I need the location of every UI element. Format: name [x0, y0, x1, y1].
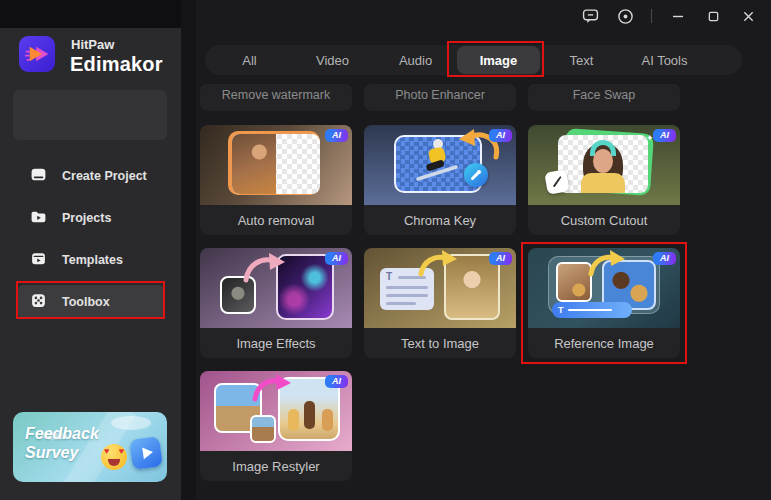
sidebar-item-label: Toolbox — [62, 295, 110, 309]
card-remove-watermark[interactable]: Remove watermark — [200, 84, 352, 111]
sidebar-item-templates[interactable]: Templates — [12, 243, 170, 277]
play-button-icon — [129, 436, 163, 470]
sidebar-item-label: Projects — [62, 211, 111, 225]
sidebar-item-create-project[interactable]: Create Project — [12, 159, 170, 193]
card-thumbnail: T AI — [528, 248, 680, 328]
curved-arrow-icon — [416, 250, 458, 278]
ai-badge: AI — [653, 129, 676, 142]
product-name: Edimakor — [70, 53, 163, 76]
card-auto-removal[interactable]: AI Auto removal — [200, 125, 352, 235]
card-thumbnail: AI — [200, 125, 352, 205]
tab-image[interactable]: Image — [457, 46, 540, 74]
card-thumbnail: AI — [200, 371, 352, 451]
card-thumbnail: ✦ AI — [528, 125, 680, 205]
card-label: Custom Cutout — [528, 205, 680, 235]
card-thumbnail: AI — [364, 125, 516, 205]
card-face-swap[interactable]: Face Swap — [528, 84, 680, 111]
ai-badge: AI — [325, 252, 348, 265]
category-tabbar: All Video Audio Image Text AI Tools — [205, 45, 742, 75]
ai-badge: AI — [325, 129, 348, 142]
sidebar-item-label: Templates — [62, 253, 123, 267]
card-label: Reference Image — [528, 328, 680, 358]
card-image-restyler[interactable]: AI Image Restyler — [200, 371, 352, 481]
card-label: Text to Image — [364, 328, 516, 358]
card-photo-enhancer[interactable]: Photo Enhancer — [364, 84, 516, 111]
ai-badge: AI — [489, 129, 512, 142]
tab-text[interactable]: Text — [540, 46, 623, 74]
card-thumbnail: AI — [200, 248, 352, 328]
card-label: Remove watermark — [222, 88, 330, 102]
card-label: Auto removal — [200, 205, 352, 235]
tab-ai-tools[interactable]: AI Tools — [623, 46, 706, 74]
screen-record-icon[interactable] — [616, 7, 634, 25]
ai-badge: AI — [325, 375, 348, 388]
sidebar: HitPaw Edimakor Create Project Projects … — [0, 28, 181, 500]
tab-video[interactable]: Video — [291, 46, 374, 74]
brand-name: HitPaw — [71, 37, 114, 52]
card-text-to-image[interactable]: T AI Text to Image — [364, 248, 516, 358]
card-reference-image[interactable]: T AI Reference Image — [528, 248, 680, 358]
minimize-icon[interactable] — [669, 7, 687, 25]
feedback-bubble-icon[interactable] — [581, 7, 599, 25]
magic-wand-icon — [544, 169, 569, 194]
ai-badge: AI — [653, 252, 676, 265]
card-chroma-key[interactable]: AI Chroma Key — [364, 125, 516, 235]
text-glyph: T — [558, 305, 564, 315]
card-label: Image Restyler — [200, 451, 352, 481]
card-label: Photo Enhancer — [395, 88, 485, 102]
close-icon[interactable] — [739, 7, 757, 25]
templates-bucket-icon — [30, 250, 47, 271]
card-label: Face Swap — [573, 88, 636, 102]
card-label: Chroma Key — [364, 205, 516, 235]
sidebar-panel — [13, 90, 167, 140]
heart-eyes-emoji: ♥♥ — [101, 444, 127, 470]
sidebar-gutter — [181, 0, 196, 500]
banner-text: Feedback Survey — [25, 424, 99, 462]
clapperboard-icon — [30, 166, 47, 187]
curved-arrow-icon — [586, 250, 626, 278]
edimakor-logo-icon — [19, 36, 55, 72]
maximize-icon[interactable] — [704, 7, 722, 25]
card-custom-cutout[interactable]: ✦ AI Custom Cutout — [528, 125, 680, 235]
projects-folder-icon — [30, 208, 47, 229]
ai-badge: AI — [489, 252, 512, 265]
sidebar-item-label: Create Project — [62, 169, 147, 183]
sidebar-item-toolbox[interactable]: Toolbox — [18, 285, 164, 319]
snowboarder-figure — [414, 137, 460, 187]
feedback-survey-banner[interactable]: Feedback Survey ♥♥ — [13, 412, 167, 482]
card-image-effects[interactable]: AI Image Effects — [200, 248, 352, 358]
sidebar-item-projects[interactable]: Projects — [12, 201, 170, 235]
text-prompt-pill: T — [552, 302, 632, 318]
tab-audio[interactable]: Audio — [374, 46, 457, 74]
curved-arrow-icon — [240, 252, 286, 284]
card-label: Image Effects — [200, 328, 352, 358]
toolbox-dice-icon — [30, 292, 47, 313]
titlebar-divider — [651, 9, 652, 23]
curved-arrow-icon — [250, 373, 292, 403]
text-glyph: T — [386, 271, 392, 282]
eyedropper-icon — [464, 163, 488, 187]
tab-all[interactable]: All — [208, 46, 291, 74]
card-thumbnail: T AI — [364, 248, 516, 328]
